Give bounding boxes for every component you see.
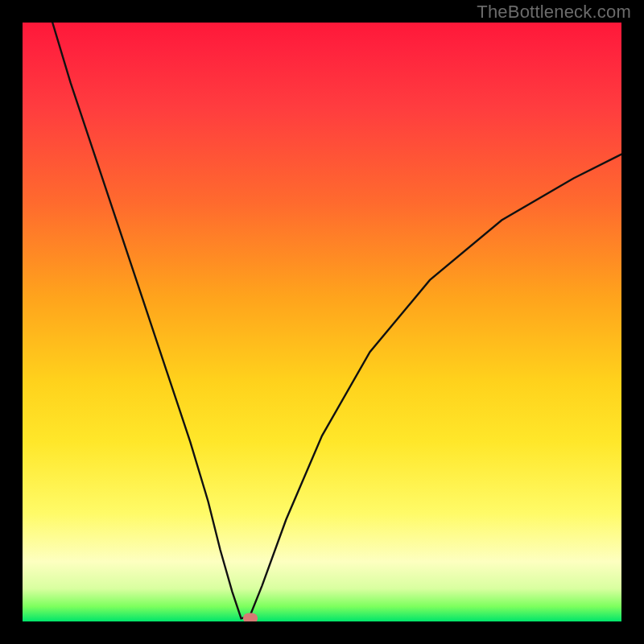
plot-area (23, 23, 621, 621)
chart-frame: TheBottleneck.com (0, 0, 644, 644)
curve-svg (23, 23, 621, 621)
watermark-text: TheBottleneck.com (477, 2, 631, 23)
curve-path (52, 23, 621, 618)
minimum-marker (243, 613, 258, 621)
